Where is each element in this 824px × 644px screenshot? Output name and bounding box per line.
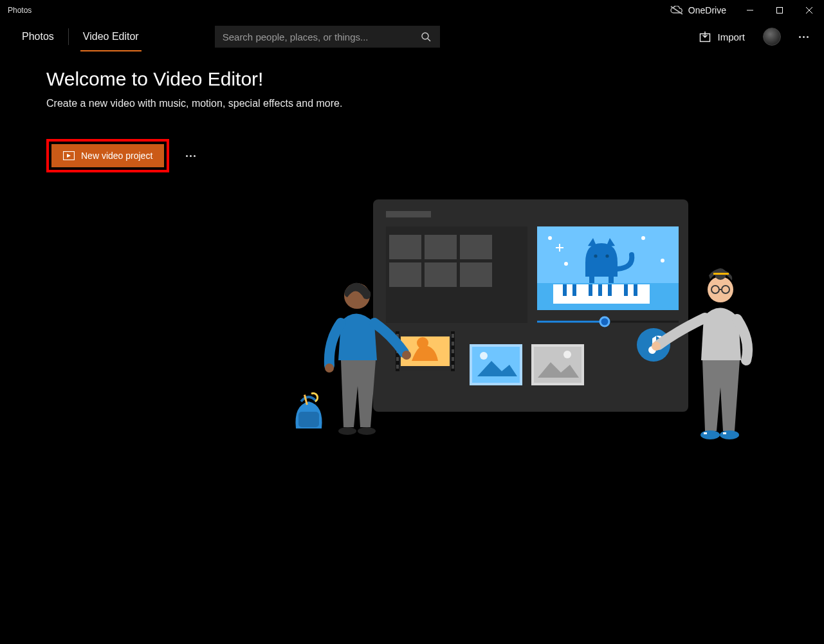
onedrive-status[interactable]: OneDrive [670, 5, 726, 15]
svg-point-67 [402, 351, 411, 360]
svg-rect-18 [460, 262, 492, 287]
svg-rect-75 [713, 273, 729, 275]
search-wrap [215, 26, 440, 48]
svg-point-60 [480, 352, 488, 360]
svg-rect-56 [452, 365, 454, 369]
svg-point-38 [661, 259, 664, 262]
import-button[interactable]: Import [694, 27, 750, 46]
svg-rect-71 [298, 412, 319, 427]
svg-point-5 [422, 33, 428, 39]
titlebar: Photos OneDrive [0, 0, 824, 21]
svg-rect-53 [452, 342, 454, 345]
tab-video-editor[interactable]: Video Editor [71, 21, 151, 53]
svg-rect-31 [598, 284, 602, 296]
search-input[interactable] [223, 32, 432, 42]
toolbar: Photos Video Editor Import [0, 21, 824, 53]
tab-video-editor-label: Video Editor [83, 31, 139, 42]
svg-point-81 [720, 430, 739, 439]
svg-rect-34 [634, 284, 637, 296]
svg-rect-82 [704, 432, 707, 434]
page-title: Welcome to Video Editor! [46, 68, 778, 90]
action-row: New video project [46, 139, 778, 172]
svg-marker-9 [67, 154, 71, 158]
svg-rect-50 [396, 357, 399, 361]
svg-line-6 [428, 39, 430, 41]
import-icon [699, 31, 711, 42]
svg-rect-17 [425, 262, 457, 287]
svg-point-69 [338, 427, 356, 435]
svg-point-36 [565, 262, 567, 265]
video-more-button[interactable] [181, 150, 201, 162]
see-more-button[interactable] [794, 31, 814, 43]
video-project-icon [63, 151, 75, 160]
search-icon [421, 32, 431, 42]
maximize-button[interactable] [765, 0, 794, 21]
toolbar-right: Import [694, 27, 814, 46]
svg-point-70 [358, 427, 376, 435]
page-subtitle: Create a new video with music, motion, s… [46, 98, 778, 109]
svg-point-44 [417, 337, 428, 349]
hero-illustration [283, 199, 759, 457]
svg-rect-83 [723, 432, 726, 434]
user-avatar[interactable] [763, 28, 781, 46]
svg-point-80 [700, 430, 720, 439]
app-title: Photos [8, 6, 32, 15]
svg-point-79 [652, 342, 661, 351]
svg-rect-15 [460, 235, 492, 259]
svg-point-37 [642, 237, 645, 239]
main-content: Welcome to Video Editor! Create a new vi… [0, 53, 824, 188]
svg-point-68 [325, 363, 334, 373]
svg-point-64 [563, 351, 571, 358]
svg-point-23 [594, 254, 597, 257]
svg-rect-16 [389, 262, 421, 287]
search-box[interactable] [215, 26, 440, 48]
minimize-button[interactable] [735, 0, 765, 21]
import-label: Import [717, 32, 745, 42]
svg-rect-54 [452, 349, 454, 353]
svg-rect-33 [624, 284, 628, 296]
svg-point-24 [605, 254, 609, 257]
svg-rect-58 [472, 347, 520, 383]
nav-tabs: Photos Video Editor [10, 21, 151, 53]
cloud-off-icon [670, 6, 683, 15]
new-video-label: New video project [81, 151, 152, 161]
tab-photos-label: Photos [22, 31, 54, 42]
close-button[interactable] [794, 0, 824, 21]
titlebar-left: Photos [8, 6, 32, 15]
tab-separator [68, 28, 69, 45]
svg-rect-28 [563, 284, 567, 296]
svg-rect-25 [589, 277, 594, 283]
new-video-project-button[interactable]: New video project [51, 144, 164, 167]
svg-rect-30 [589, 284, 592, 296]
svg-rect-32 [608, 284, 612, 296]
svg-rect-52 [452, 334, 454, 338]
svg-rect-13 [389, 235, 421, 259]
svg-point-35 [549, 237, 551, 239]
tab-photos[interactable]: Photos [10, 21, 66, 53]
titlebar-right: OneDrive [670, 0, 824, 21]
svg-rect-55 [452, 357, 454, 361]
svg-rect-26 [609, 277, 614, 283]
svg-rect-14 [425, 235, 457, 259]
highlight-box: New video project [46, 139, 169, 172]
svg-rect-51 [396, 365, 399, 369]
svg-rect-11 [386, 211, 431, 217]
svg-rect-2 [777, 8, 783, 14]
svg-point-41 [600, 317, 609, 326]
onedrive-label: OneDrive [688, 5, 726, 15]
svg-rect-29 [572, 284, 576, 296]
